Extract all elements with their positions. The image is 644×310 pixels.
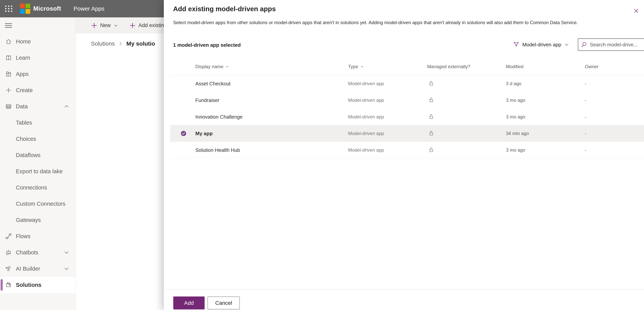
sidebar-item-create[interactable]: Create (0, 82, 76, 98)
unlock-icon (428, 80, 434, 87)
cell-display-name: Fundraiser (195, 97, 219, 103)
unlock-icon (428, 97, 434, 104)
sidebar-item-choices[interactable]: Choices (0, 131, 76, 147)
table-body: Asset CheckoutModel-driven app3 d ago-Fu… (170, 75, 644, 158)
cell-owner: - (585, 131, 586, 136)
type-filter-dropdown[interactable]: Model-driven app (513, 39, 569, 51)
column-header-label: Owner (585, 64, 598, 69)
table-row-innovation-challenge[interactable]: Innovation ChallengeModel-driven app3 mo… (170, 109, 644, 125)
sidebar-item-label: Create (16, 87, 33, 94)
table-header: Display nameTypeManaged externally?Modif… (170, 58, 644, 75)
table-row-asset-checkout[interactable]: Asset CheckoutModel-driven app3 d ago- (170, 75, 644, 92)
cell-display-name: Asset Checkout (195, 81, 230, 87)
microsoft-logo-icon (20, 4, 30, 14)
sidebar-item-label: Choices (16, 136, 36, 142)
new-button[interactable]: New (91, 22, 118, 28)
sidebar-item-flows[interactable]: Flows (0, 228, 76, 244)
chevron-down-icon (64, 266, 69, 271)
cell-modified: 3 d ago (506, 81, 522, 86)
column-header-owner: Owner (585, 64, 598, 69)
sidebar-item-data[interactable]: Data (0, 98, 76, 115)
cell-modified: 3 mo ago (506, 147, 525, 153)
chevron-down-icon (564, 42, 569, 47)
cell-owner: - (585, 114, 586, 120)
sidebar-item-ai-builder[interactable]: AI Builder (0, 261, 76, 277)
product-name[interactable]: Power Apps (74, 5, 104, 12)
cell-display-name: Innovation Challenge (195, 114, 242, 120)
apps-table: Display nameTypeManaged externally?Modif… (170, 58, 644, 158)
sidebar-item-label: Apps (16, 71, 28, 77)
apps-icon (6, 71, 12, 77)
cell-type: Model-driven app (348, 147, 384, 153)
search-icon (581, 41, 587, 48)
breadcrumb-solutions-link[interactable]: Solutions (91, 40, 115, 47)
cell-type: Model-driven app (348, 114, 384, 120)
cell-display-name: Solution Health Hub (195, 147, 240, 153)
unlock-icon (428, 147, 434, 154)
column-header-type[interactable]: Type (348, 64, 364, 69)
unlock-icon (428, 113, 434, 120)
column-header-modified: Modified (506, 64, 524, 69)
sidebar-item-apps[interactable]: Apps (0, 66, 76, 82)
table-row-my-app[interactable]: My appModel-driven app34 min ago- (170, 125, 644, 142)
sidebar-item-connections[interactable]: Connections (0, 179, 76, 196)
sidebar-item-label: Connections (16, 184, 47, 191)
sidebar-item-learn[interactable]: Learn (0, 50, 76, 66)
add-existing-button-label: Add existing (138, 22, 167, 28)
column-header-label: Display name (195, 64, 223, 69)
cell-type: Model-driven app (348, 81, 384, 86)
column-header-managed-externally: Managed externally? (427, 64, 470, 69)
cell-type: Model-driven app (348, 131, 384, 136)
sidebar-item-label: Learn (16, 55, 30, 61)
sidebar-item-gateways[interactable]: Gateways (0, 212, 76, 228)
sidebar-item-chatbots[interactable]: Chatbots (0, 244, 76, 261)
sidebar-item-label: AI Builder (16, 266, 40, 272)
cell-type: Model-driven app (348, 98, 384, 103)
new-button-label: New (100, 22, 110, 28)
screen: Microsoft Power Apps HomeLearnAppsCreate… (0, 0, 644, 310)
brand-name: Microsoft (33, 5, 61, 12)
search-input[interactable] (590, 42, 644, 48)
plus-icon (130, 23, 136, 28)
type-filter-label: Model-driven app (522, 42, 561, 48)
table-row-solution-health-hub[interactable]: Solution Health HubModel-driven app3 mo … (170, 142, 644, 158)
app-launcher-button[interactable] (0, 0, 18, 17)
flow-icon (6, 233, 12, 240)
close-button[interactable] (633, 7, 640, 15)
cell-modified: 34 min ago (506, 131, 529, 136)
bot-icon (6, 249, 12, 256)
sidebar-item-dataflows[interactable]: Dataflows (0, 147, 76, 163)
column-header-label: Modified (506, 64, 524, 69)
hamburger-icon (5, 22, 13, 29)
add-button[interactable]: Add (173, 297, 204, 310)
table-icon (6, 103, 12, 110)
column-header-display-name[interactable]: Display name (195, 64, 229, 69)
selection-summary: 1 model-driven app selected (173, 42, 241, 48)
sidebar-item-label: Tables (16, 120, 32, 126)
selected-check-icon[interactable] (180, 130, 187, 137)
sidebar-item-export-to-data-lake[interactable]: Export to data lake (0, 163, 76, 179)
chevron-down-icon (114, 23, 118, 28)
sort-chevron-icon (225, 65, 229, 69)
column-header-label: Type (348, 64, 358, 69)
sidebar-item-solutions[interactable]: Solutions (0, 277, 76, 293)
footer-divider (164, 289, 644, 290)
cell-owner: - (585, 98, 586, 103)
chevron-down-icon (64, 250, 69, 255)
panel-title: Add existing model-driven apps (173, 5, 276, 13)
collapse-nav-button[interactable] (5, 22, 13, 29)
sidebar-item-label: Gateways (16, 217, 41, 223)
sidebar-item-home[interactable]: Home (0, 33, 76, 50)
sidebar-item-tables[interactable]: Tables (0, 115, 76, 131)
cancel-button[interactable]: Cancel (208, 297, 240, 310)
add-existing-button[interactable]: Add existing (130, 22, 167, 28)
sidebar: HomeLearnAppsCreateDataTablesChoicesData… (0, 17, 76, 310)
waffle-icon (4, 4, 13, 13)
cell-owner: - (585, 81, 586, 86)
close-icon (633, 7, 640, 14)
home-icon (6, 38, 12, 45)
chevron-right-icon (118, 41, 123, 46)
sidebar-item-custom-connectors[interactable]: Custom Connectors (0, 196, 76, 212)
table-row-fundraiser[interactable]: FundraiserModel-driven app3 mo ago- (170, 92, 644, 109)
sort-chevron-icon (360, 65, 364, 69)
